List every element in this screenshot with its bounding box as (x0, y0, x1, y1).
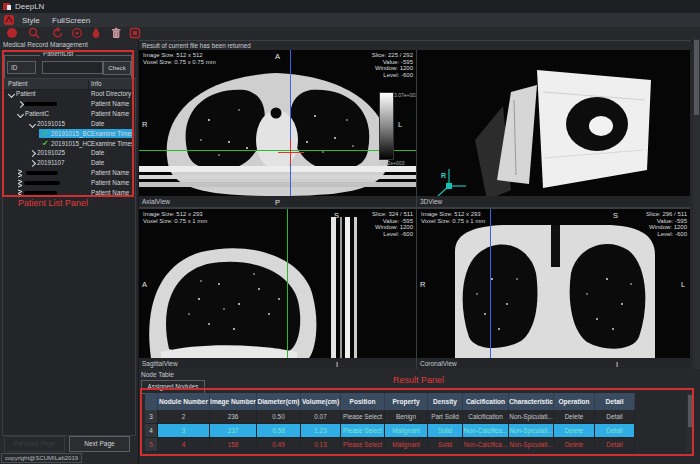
tree-item-info: Patient Name (91, 188, 129, 198)
tree-item-20191025[interactable]: 20191025 Date (3, 148, 133, 158)
target-icon[interactable] (70, 27, 84, 39)
window-title: DeepLN (15, 2, 44, 11)
coronal-view[interactable]: Image Size: 512 x 293 Voxel Size: 0.75 x… (417, 209, 690, 358)
delete-action[interactable]: Delete (554, 438, 595, 452)
position-select[interactable]: Please Select (341, 410, 385, 424)
axial-view[interactable]: Image Size: 512 x 512 Voxel Size: 0.75 x… (139, 50, 416, 196)
tree-item-patientc[interactable]: PatientC Patient Name (3, 109, 133, 119)
menu-fullscreen[interactable]: FullScreen (52, 16, 90, 25)
position-select[interactable]: Please Select (341, 424, 385, 438)
coronal-marker-left: L (681, 280, 685, 289)
table-header-row: Nodule Number Image Number Diameter(cm) … (145, 393, 635, 410)
chevron-right-icon[interactable] (29, 160, 36, 167)
chevron-down-icon[interactable] (29, 121, 36, 128)
col-density[interactable]: Density (428, 393, 463, 410)
tree-item-info: Patient Name (91, 168, 129, 178)
chevron-down-icon[interactable] (17, 111, 24, 118)
tree-item-info: Examine Times (91, 139, 134, 149)
previous-page-button[interactable]: Previous Page (4, 436, 65, 452)
sagittal-info-overlay: Image Size: 512 x 293 Voxel Size: 0.75 x… (143, 211, 207, 224)
tree-item-info: Date (91, 148, 104, 158)
cell-calcification: Non-Calcifica... (463, 438, 509, 452)
id-label: ID (7, 61, 36, 74)
result-panel-annotation: Result Panel (393, 375, 444, 385)
table-scrollbar-thumb[interactable] (688, 395, 693, 427)
tree-item-20191015-bc[interactable]: ✔ 20191015_BC Examine Times (3, 129, 133, 139)
col-operation[interactable]: Operation (554, 393, 595, 410)
sagittal-view[interactable]: Image Size: 512 x 293 Voxel Size: 0.75 x… (139, 209, 416, 358)
cell-property: Malignant (385, 438, 428, 452)
col-position[interactable]: Position (341, 393, 385, 410)
delete-action[interactable]: Delete (554, 410, 595, 424)
coronal-info-overlay: Image Size: 512 x 293 Voxel Size: 0.75 x… (421, 211, 485, 224)
col-volume[interactable]: Volume(cm) (301, 393, 341, 410)
chevron-right-icon[interactable] (29, 150, 36, 157)
tree-item-20191107[interactable]: 20191107 Date (3, 158, 133, 168)
col-property[interactable]: Property (385, 393, 428, 410)
refresh-icon[interactable] (51, 27, 65, 39)
sagittal-marker-anterior: A (142, 280, 147, 289)
status-bar-text: copyright@SCUMILab2019 (1, 453, 82, 463)
cell-characteristic: Non-Spiculati... (509, 438, 554, 452)
col-nodule-number[interactable]: Nodule Number (158, 393, 210, 410)
title-bar[interactable]: DeepLN (0, 0, 700, 13)
detail-action[interactable]: Detail (595, 424, 635, 438)
redacted-name (26, 171, 58, 176)
panel-header: Medical Record Management (3, 41, 88, 48)
cell-volume: 1.23 (301, 424, 341, 438)
col-calcification[interactable]: Calcification (463, 393, 509, 410)
viewer-scrollbar[interactable] (693, 38, 700, 369)
drop-icon[interactable] (89, 27, 103, 39)
search-icon[interactable] (27, 27, 41, 39)
sagittal-view-label: SagittalView (142, 360, 178, 367)
table-row-selected[interactable]: 4 3 237 0.58 1.23 Please Select Malignan… (145, 424, 635, 438)
chevron-right-icon[interactable] (17, 101, 24, 108)
redaction-squiggle (17, 189, 24, 198)
record-icon[interactable] (5, 27, 19, 39)
patient-tree: Patient Info Patient Root Directory Pati… (2, 78, 136, 436)
threed-view[interactable]: R (417, 50, 690, 196)
tab-assigned-nodules[interactable]: Assigned Nodules (141, 380, 205, 394)
tree-item-patient-root[interactable]: Patient Root Directory (3, 89, 133, 99)
check-button[interactable]: Check (103, 61, 131, 75)
tree-item-patient-d[interactable]: Patient Name (3, 188, 133, 198)
delete-action[interactable]: Delete (554, 424, 595, 438)
table-row-malignant[interactable]: 5 4 158 0.49 0.13 Please Select Malignan… (145, 438, 635, 452)
col-diameter[interactable]: Diameter(cm) (257, 393, 301, 410)
tree-item-info: Examine Times (91, 129, 134, 139)
tree-item-patient-a[interactable]: Patient Name (3, 99, 133, 109)
table-row[interactable]: 3 2 236 0.50 0.07 Please Select Benign P… (145, 410, 635, 424)
col-image-number[interactable]: Image Number (210, 393, 257, 410)
axial-slice-overlay: Slice: 225 / 292 Value: -595 Window: 120… (372, 52, 413, 78)
trash-icon[interactable] (109, 27, 123, 39)
axial-marker-posterior: P (275, 198, 280, 207)
position-select[interactable]: Please Select (341, 438, 385, 452)
patient-panel: Medical Record Management PatientList ID… (0, 40, 139, 464)
table-scrollbar[interactable] (687, 393, 694, 452)
tree-item-20191015[interactable]: 20191015 Date (3, 119, 133, 129)
viewer-scrollbar-thumb[interactable] (694, 40, 699, 115)
toolbar (0, 27, 700, 41)
coronal-label-bar: CoronalView I (417, 358, 690, 369)
capture-icon[interactable] (128, 27, 142, 39)
detail-action[interactable]: Detail (595, 410, 635, 424)
tree-item-patient-c2[interactable]: Patient Name (3, 178, 133, 188)
tree-item-info: Patient Name (91, 178, 129, 188)
coronal-marker-inferior: I (616, 360, 618, 369)
detail-action[interactable]: Detail (595, 438, 635, 452)
tree-item-20191015-hc[interactable]: ✔ 20191015_HC Examine Times (3, 139, 133, 149)
tree-item-patient-b[interactable]: Patient Name (3, 168, 133, 178)
redacted-name (24, 102, 57, 107)
next-page-button[interactable]: Next Page (69, 436, 130, 452)
axial-view-label: AxialView (142, 198, 170, 205)
chevron-down-icon[interactable] (8, 91, 15, 98)
menu-style[interactable]: Style (22, 16, 40, 25)
col-detail[interactable]: Detail (595, 393, 635, 410)
col-characteristic[interactable]: Characteristic (509, 393, 554, 410)
row-number: 5 (145, 438, 158, 452)
cell-density: Solid (428, 438, 463, 452)
sagittal-label-bar: SagittalView I (139, 358, 416, 369)
cell-nodule-number: 2 (158, 410, 210, 424)
colorbar-max-label: 3.07e+003 (394, 92, 416, 98)
patient-id-input[interactable] (42, 61, 103, 74)
